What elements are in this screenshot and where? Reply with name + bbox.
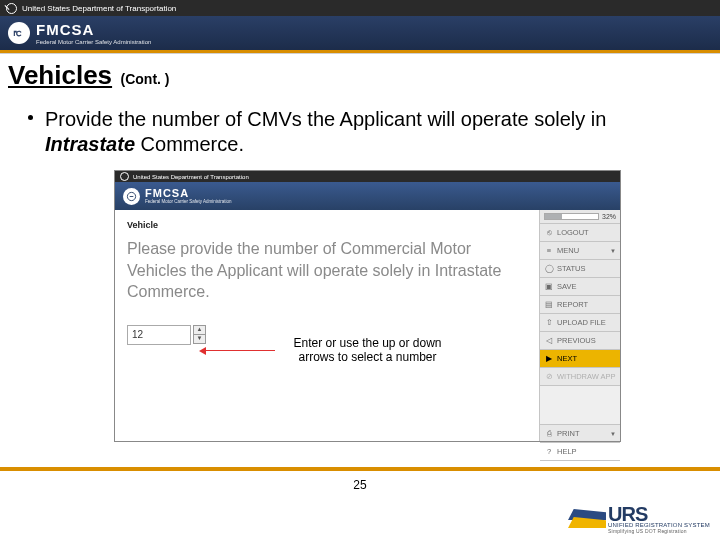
report-icon: ▤ bbox=[544, 300, 554, 310]
bullet-text: Provide the number of CMVs the Applicant… bbox=[45, 107, 692, 157]
previous-icon: ◁ bbox=[544, 336, 554, 346]
bullet-dot-icon bbox=[28, 115, 33, 120]
urs-tagline: Simplifying US DOT Registration bbox=[608, 528, 710, 534]
sidebar-status[interactable]: ◯STATUS bbox=[540, 260, 620, 278]
chevron-down-icon: ▼ bbox=[610, 248, 616, 254]
spinner-down-icon[interactable]: ▼ bbox=[193, 334, 206, 344]
status-icon: ◯ bbox=[544, 264, 554, 274]
shot-dot-bar: United States Department of Transportati… bbox=[115, 171, 620, 182]
sidebar: 32% ⎋LOGOUT ≡MENU▼ ◯STATUS ▣SAVE ▤REPORT… bbox=[539, 210, 620, 441]
shot-fmcsa-sub: Federal Motor Carrier Safety Administrat… bbox=[145, 200, 232, 205]
slide-title: Vehicles (Cont. ) bbox=[0, 54, 720, 95]
menu-icon: ≡ bbox=[544, 246, 554, 256]
urs-big: URS bbox=[608, 506, 710, 522]
logout-icon: ⎋ bbox=[544, 228, 554, 238]
shot-fmcsa-bar: FMCSA Federal Motor Carrier Safety Admin… bbox=[115, 182, 620, 210]
sidebar-upload[interactable]: ⇧UPLOAD FILE bbox=[540, 314, 620, 332]
sidebar-help[interactable]: ?HELP bbox=[540, 443, 620, 461]
dot-bar-label: United States Department of Transportati… bbox=[22, 4, 176, 13]
footer-accent-line bbox=[0, 467, 720, 471]
sidebar-logout[interactable]: ⎋LOGOUT bbox=[540, 224, 620, 242]
spinner: ▲ ▼ bbox=[193, 325, 206, 344]
spinner-up-icon[interactable]: ▲ bbox=[193, 325, 206, 334]
save-icon: ▣ bbox=[544, 282, 554, 292]
urs-logo: URS UNIFIED REGISTRATION SYSTEM Simplify… bbox=[568, 506, 710, 534]
breadcrumb: Vehicle bbox=[127, 220, 526, 230]
shot-fmcsa-label: FMCSA bbox=[145, 188, 232, 199]
sidebar-previous[interactable]: ◁PREVIOUS bbox=[540, 332, 620, 350]
fmcsa-sublabel: Federal Motor Carrier Safety Administrat… bbox=[36, 39, 151, 45]
bullet-item: Provide the number of CMVs the Applicant… bbox=[0, 95, 720, 157]
annotation-text: Enter or use the up or down arrows to se… bbox=[280, 336, 455, 365]
help-icon: ? bbox=[544, 447, 554, 457]
progress-pct: 32% bbox=[602, 213, 616, 220]
progress-bar: 32% bbox=[540, 210, 620, 224]
print-icon: ⎙ bbox=[544, 429, 554, 439]
sidebar-print[interactable]: ⎙PRINT▼ bbox=[540, 425, 620, 443]
annotation-arrow-icon bbox=[205, 350, 275, 351]
title-cont: (Cont. ) bbox=[121, 71, 170, 87]
sidebar-spacer bbox=[540, 386, 620, 425]
sidebar-save[interactable]: ▣SAVE bbox=[540, 278, 620, 296]
withdraw-icon: ⊘ bbox=[544, 372, 554, 382]
fmcsa-bar: FMCSA Federal Motor Carrier Safety Admin… bbox=[0, 16, 720, 50]
fmcsa-logo-icon bbox=[123, 188, 140, 205]
prompt-text: Please provide the number of Commercial … bbox=[127, 238, 526, 303]
sidebar-next[interactable]: ▶NEXT bbox=[540, 350, 620, 368]
urs-swoosh-icon bbox=[568, 507, 606, 533]
sidebar-menu[interactable]: ≡MENU▼ bbox=[540, 242, 620, 260]
dot-top-bar: United States Department of Transportati… bbox=[0, 0, 720, 16]
sidebar-withdraw[interactable]: ⊘WITHDRAW APP bbox=[540, 368, 620, 386]
cmv-count-input[interactable] bbox=[127, 325, 191, 345]
upload-icon: ⇧ bbox=[544, 318, 554, 328]
sidebar-report[interactable]: ▤REPORT bbox=[540, 296, 620, 314]
fmcsa-logo-icon bbox=[8, 22, 30, 44]
progress-bar-track bbox=[544, 213, 599, 220]
next-icon: ▶ bbox=[544, 354, 554, 364]
fmcsa-label: FMCSA bbox=[36, 22, 151, 37]
chevron-down-icon: ▼ bbox=[610, 431, 616, 437]
dot-logo-icon bbox=[6, 3, 17, 14]
embedded-screenshot: United States Department of Transportati… bbox=[114, 170, 621, 442]
page-number: 25 bbox=[0, 478, 720, 492]
title-main: Vehicles bbox=[8, 60, 112, 90]
dot-logo-icon bbox=[120, 172, 129, 181]
